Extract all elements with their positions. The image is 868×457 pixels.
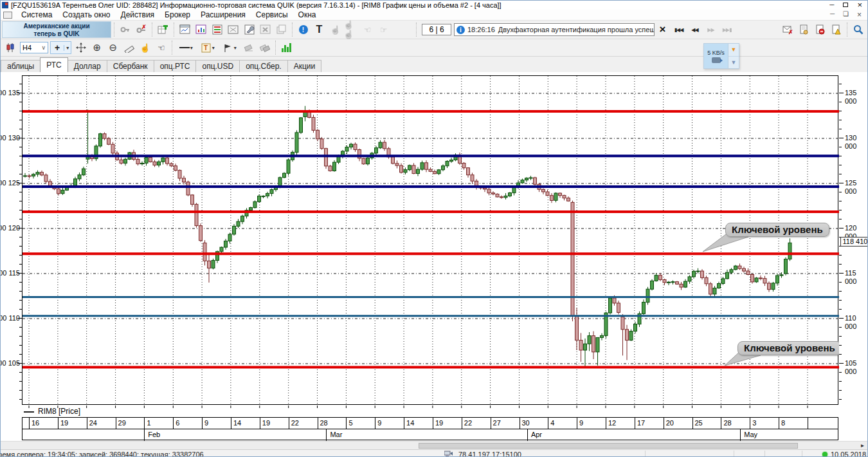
report-list-icon[interactable] [209,23,225,37]
prev-message-icon[interactable]: ◀◀ [687,23,703,37]
key-connect-icon[interactable] [117,23,133,37]
doc-stop-icon[interactable] [812,23,828,37]
tab-опц.Сбер.[interactable]: опц.Сбер. [239,60,287,72]
mdi-minimize-button[interactable]: ─ [827,10,838,19]
banner-line2: теперь в QUIK [3,30,111,38]
tab-Доллар[interactable]: Доллар [68,60,107,72]
volume-bars-icon[interactable] [278,41,294,55]
close-button[interactable]: × [857,2,862,8]
net-speed-panel[interactable]: 5 KB/s [704,44,728,68]
restore-button[interactable] [843,2,848,8]
svg-text:✗: ✗ [141,24,147,30]
window-camera-icon[interactable] [225,23,241,37]
date-tick: 22 [291,419,299,427]
chevron-down-icon: ∨ [41,44,46,51]
move-tool-icon[interactable] [73,41,89,55]
date-tick: 30 [522,419,530,427]
pan-hand-icon[interactable]: ☜ [153,41,169,55]
menu-item-1[interactable]: Создать окно [57,10,115,20]
date-axis[interactable]: 1619242916914192228591419222730491217202… [22,417,838,440]
key-disconnect-icon[interactable]: ✗ [133,23,149,37]
y-axis-label: 110 000 [845,314,867,322]
month-label: May [744,431,757,438]
text-label-icon[interactable]: T [311,23,327,37]
delete-window-icon[interactable] [257,23,273,37]
tab-Сбербанк[interactable]: Сбербанк [107,60,154,72]
date-tick: 9 [377,419,381,427]
menu-item-2[interactable]: Действия [116,10,160,20]
menu-item-4[interactable]: Расширения [195,10,251,20]
hand-two-icon[interactable]: ☝☝ [343,23,359,37]
hand-left-icon[interactable]: ☜ [359,23,375,37]
timeframe-select[interactable]: H4 ∨ [20,42,48,53]
zoom-out-icon[interactable]: ⊖ [105,41,121,55]
tab-опц.РТС[interactable]: опц.РТС [154,60,197,72]
key-level-callout-2: Ключевой уровень [737,341,839,355]
crosshair-tool[interactable]: + ▾ [50,41,71,54]
search-icon[interactable] [850,23,866,37]
add-table-icon[interactable] [155,23,171,37]
zoom-in-icon[interactable]: ⊕ [89,41,105,55]
price-chart: Ключевой уровеньКлючевой уровень 135 000… [1,72,867,441]
hand-one-icon[interactable]: ☝ [327,23,343,37]
promo-banner[interactable]: Американские акции теперь в QUIK [2,21,111,38]
ruler-tool-icon[interactable] [121,41,137,55]
tab-опц.USD[interactable]: опц.USD [195,60,240,72]
server-address: 78.41.197.17:15100 [458,451,521,457]
chart-image-icon[interactable] [193,23,209,37]
date-tick: 20 [666,419,674,427]
first-message-icon[interactable]: ▮◀◀ [671,23,687,37]
tab-аблицы[interactable]: аблицы [1,60,41,72]
doc-warning-icon[interactable] [828,23,844,37]
message-dropdown[interactable]: i 18:26:16 Двухфакторная аутентификация … [454,23,655,36]
main-toolbar: Американские акции теперь в QUIK ✗ [1,21,867,39]
tab-РТС[interactable]: РТС [40,57,68,72]
left-price-axis[interactable]: 135 000130 000125 000120 000115 000110 0… [1,72,20,420]
message-time: 18:26:16 [467,26,495,33]
menu-item-3[interactable]: Брокер [159,10,195,20]
last-message-icon[interactable]: ▶▶▮ [719,23,735,37]
hand-right-icon[interactable]: ☞ [375,23,392,37]
pointer-hand-icon[interactable]: ☝ [137,41,153,55]
mdi-restore-button[interactable]: ❏ [840,10,851,19]
text-tool-icon[interactable]: T ▾ [197,41,219,55]
date-tick: 9 [579,419,583,427]
chart-window-icon[interactable] [177,23,193,37]
date-tick: 8 [781,419,785,427]
y-axis-label: 135 000 [845,89,867,97]
crosshair-plus-icon: + [51,42,64,53]
plot-area[interactable]: Ключевой уровеньКлючевой уровень [22,75,838,405]
month-label: Feb [148,431,160,438]
traffic-down-icon[interactable]: ▼ [728,56,739,69]
next-message-icon[interactable]: ▶▶ [703,23,719,37]
eraser-all-icon[interactable] [257,41,273,55]
line-tool-icon[interactable]: ▾ [175,41,197,55]
date-tick: 28 [320,419,328,427]
scroll-right-icon[interactable]: ► [859,442,866,449]
chart-legend: RIM8 [Price] [1,407,867,416]
menu-item-5[interactable]: Сервисы [251,10,293,20]
menu-item-6[interactable]: Окна [293,10,321,20]
mdi-close-button[interactable]: × [854,10,865,19]
traffic-up-icon[interactable]: ▼ [728,44,739,56]
clear-message-icon[interactable]: × [655,23,671,37]
copy-window-icon[interactable] [273,23,289,37]
marker-tool-icon[interactable]: ▾ [219,41,240,55]
message-text: Двухфакторная аутентификация прошла успе… [498,26,655,33]
settings-wrench-icon[interactable] [241,23,257,37]
connection-status-icon [822,452,827,457]
tab-Акции[interactable]: Акции [287,60,322,72]
chevron-down-icon[interactable]: ▾ [64,45,71,51]
horizontal-scrollbar[interactable]: ► [1,441,867,449]
doc-hand-icon[interactable] [796,23,812,37]
candle-chart-icon[interactable] [2,41,18,55]
date-tick: 14 [406,419,414,427]
menu-item-0[interactable]: Система [16,10,57,20]
net-speed-widget[interactable]: 5 KB/s ▼ ▼ [703,43,739,69]
info-balloon-icon[interactable]: ! [295,23,311,37]
mdi-window-icon[interactable] [3,12,12,19]
eraser-icon[interactable] [240,41,257,55]
minimize-button[interactable]: ─ [829,2,834,8]
scrollbar-thumb[interactable] [419,443,798,449]
mail-block-icon[interactable]: ✗ [780,23,796,37]
